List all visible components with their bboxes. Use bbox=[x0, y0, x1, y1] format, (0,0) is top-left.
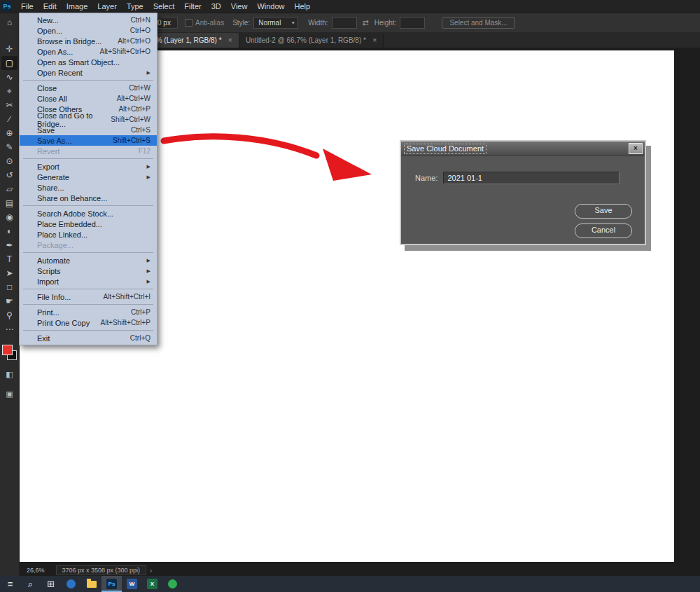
foreground-color-swatch[interactable] bbox=[2, 345, 13, 355]
cancel-button[interactable]: Cancel bbox=[575, 223, 632, 238]
file-menu-item-search-adobe-stock[interactable]: Search Adobe Stock... bbox=[20, 208, 157, 219]
brush-tool-icon[interactable]: ✎ bbox=[1, 140, 18, 154]
shape-tool-icon[interactable]: □ bbox=[1, 280, 18, 294]
eraser-tool-icon[interactable]: ▱ bbox=[1, 182, 18, 196]
status-chevron-icon[interactable]: › bbox=[150, 567, 152, 574]
status-bar: 26,6% 3706 px x 3508 px (300 ppi) › bbox=[20, 565, 700, 576]
menubar-item-filter[interactable]: Filter bbox=[179, 0, 206, 13]
zoom-level[interactable]: 26,6% bbox=[27, 567, 45, 574]
file-menu-item-import[interactable]: Import▶ bbox=[20, 276, 157, 287]
menu-item-shortcut: Ctrl+Q bbox=[130, 334, 150, 342]
app-green-icon[interactable] bbox=[162, 576, 183, 592]
file-menu-item-browse-in-bridge[interactable]: Browse in Bridge...Alt+Ctrl+O bbox=[20, 36, 157, 46]
photoshop-app-icon[interactable]: Ps bbox=[102, 576, 122, 592]
menubar-item-edit[interactable]: Edit bbox=[38, 0, 62, 13]
file-menu-item-scripts[interactable]: Scripts▶ bbox=[20, 266, 157, 276]
move-tool-icon[interactable]: ✛ bbox=[1, 42, 18, 56]
dialog-close-icon[interactable]: × bbox=[629, 143, 643, 154]
feather-field[interactable]: 0 px bbox=[154, 17, 178, 29]
search-button[interactable]: ⌕ bbox=[20, 576, 41, 592]
dialog-body: Name: Save Cancel bbox=[401, 156, 645, 242]
healing-brush-tool-icon[interactable]: ⊕ bbox=[1, 126, 18, 140]
eyedropper-tool-icon[interactable]: ∕ bbox=[1, 112, 18, 126]
task-view-button[interactable]: ⊞ bbox=[41, 576, 61, 592]
save-button[interactable]: Save bbox=[575, 204, 632, 219]
menubar-item-type[interactable]: Type bbox=[122, 0, 148, 13]
file-menu-item-place-linked[interactable]: Place Linked... bbox=[20, 229, 157, 240]
file-menu-item-export[interactable]: Export▶ bbox=[20, 161, 157, 172]
file-menu-item-place-embedded[interactable]: Place Embedded... bbox=[20, 219, 157, 229]
style-dropdown[interactable]: Normal ▼ bbox=[253, 17, 298, 29]
tab-close-icon[interactable]: × bbox=[228, 36, 232, 44]
menubar-item-select[interactable]: Select bbox=[148, 0, 180, 13]
menubar-item-help[interactable]: Help bbox=[290, 0, 316, 13]
file-explorer-icon-folder bbox=[87, 581, 97, 588]
hand-tool-icon[interactable]: ☛ bbox=[1, 294, 18, 308]
blur-tool-icon[interactable]: ◉ bbox=[1, 210, 18, 224]
menubar-item-file[interactable]: File bbox=[16, 0, 38, 13]
lasso-tool-icon[interactable]: ∿ bbox=[1, 70, 18, 84]
file-menu-item-print[interactable]: Print...Ctrl+P bbox=[20, 307, 157, 317]
tab-label: Untitled-2 @ 66,7% (Layer 1, RGB/8) * bbox=[246, 36, 366, 44]
app-blue-icon[interactable] bbox=[61, 576, 81, 592]
menubar-item-image[interactable]: Image bbox=[62, 0, 93, 13]
screen-mode-button[interactable]: ▣ bbox=[1, 387, 18, 401]
zoom-tool-icon[interactable]: ⚲ bbox=[1, 308, 18, 322]
file-menu-item-save-as[interactable]: Save As...Shift+Ctrl+S bbox=[20, 135, 157, 146]
file-menu-item-print-one-copy[interactable]: Print One CopyAlt+Shift+Ctrl+P bbox=[20, 317, 157, 328]
edit-toolbar-button[interactable]: ⋯ bbox=[1, 322, 18, 336]
file-menu-item-open-as-smart-object[interactable]: Open as Smart Object... bbox=[20, 57, 157, 67]
width-field[interactable] bbox=[332, 17, 357, 29]
file-menu-item-open[interactable]: Open...Ctrl+O bbox=[20, 25, 157, 36]
document-tab-2[interactable]: Untitled-2 @ 66,7% (Layer 1, RGB/8) *× bbox=[239, 32, 384, 48]
menubar-item-view[interactable]: View bbox=[226, 0, 253, 13]
menu-item-label: Export bbox=[37, 163, 59, 171]
select-and-mask-button[interactable]: Select and Mask... bbox=[442, 17, 514, 29]
file-menu-item-generate[interactable]: Generate▶ bbox=[20, 172, 157, 182]
tab-close-icon[interactable]: × bbox=[372, 36, 377, 44]
clone-stamp-tool-icon[interactable]: ⊙ bbox=[1, 154, 18, 168]
file-menu-item-open-as[interactable]: Open As...Alt+Shift+Ctrl+O bbox=[20, 46, 157, 57]
swap-dimensions-icon[interactable]: ⇄ bbox=[363, 18, 369, 27]
file-menu-item-exit[interactable]: ExitCtrl+Q bbox=[20, 333, 157, 343]
excel-app-icon-square: X bbox=[147, 579, 158, 589]
file-menu-item-share[interactable]: Share... bbox=[20, 182, 157, 193]
file-menu-item-close[interactable]: CloseCtrl+W bbox=[20, 83, 157, 93]
object-selection-tool-icon[interactable]: ⌖ bbox=[1, 84, 18, 98]
dialog-title-bar[interactable]: Save Cloud Document × bbox=[401, 142, 645, 156]
menubar-item-window[interactable]: Window bbox=[252, 0, 289, 13]
excel-app-icon[interactable]: X bbox=[142, 576, 162, 592]
gradient-tool-icon[interactable]: ▤ bbox=[1, 196, 18, 210]
history-brush-tool-icon[interactable]: ↺ bbox=[1, 168, 18, 182]
height-field[interactable] bbox=[400, 17, 425, 29]
menu-item-label: Print... bbox=[37, 308, 59, 317]
home-tool-icon[interactable]: ⌂ bbox=[1, 15, 18, 29]
anti-alias-checkbox[interactable] bbox=[185, 19, 192, 27]
pen-tool-icon[interactable]: ✒ bbox=[1, 238, 18, 252]
menu-separator bbox=[23, 252, 153, 253]
menubar-item-3d[interactable]: 3D bbox=[206, 0, 226, 13]
start-button[interactable]: ≡ bbox=[0, 576, 20, 592]
anti-alias-option[interactable]: Anti-alias bbox=[185, 19, 224, 27]
quick-mask-button[interactable]: ◧ bbox=[1, 367, 18, 381]
file-menu-item-close-all[interactable]: Close AllAlt+Ctrl+W bbox=[20, 93, 157, 104]
file-menu-item-open-recent[interactable]: Open Recent▶ bbox=[20, 67, 157, 78]
menu-item-shortcut: Alt+Shift+Ctrl+P bbox=[101, 319, 150, 326]
file-menu-item-automate[interactable]: Automate▶ bbox=[20, 255, 157, 266]
file-menu-item-share-on-behance[interactable]: Share on Behance... bbox=[20, 193, 157, 203]
file-menu-item-file-info[interactable]: File Info...Alt+Shift+Ctrl+I bbox=[20, 291, 157, 302]
document-name-field[interactable] bbox=[443, 172, 620, 184]
path-selection-tool-icon[interactable]: ➤ bbox=[1, 266, 18, 280]
dodge-tool-icon[interactable]: ◐ bbox=[1, 224, 18, 238]
rectangular-marquee-tool-icon[interactable]: ▢ bbox=[1, 56, 18, 70]
file-explorer-icon[interactable] bbox=[81, 576, 102, 592]
file-menu-item-new[interactable]: New...Ctrl+N bbox=[20, 15, 157, 25]
menu-item-shortcut: Ctrl+S bbox=[131, 126, 150, 134]
crop-tool-icon[interactable]: ✂ bbox=[1, 98, 18, 112]
word-app-icon[interactable]: W bbox=[122, 576, 142, 592]
menu-item-shortcut: Alt+Shift+Ctrl+I bbox=[103, 293, 150, 301]
color-swatches[interactable] bbox=[1, 343, 18, 362]
type-tool-icon[interactable]: T bbox=[1, 252, 18, 266]
file-menu-item-close-and-go-to-bridge[interactable]: Close and Go to Bridge...Shift+Ctrl+W bbox=[20, 114, 157, 125]
menubar-item-layer[interactable]: Layer bbox=[92, 0, 122, 13]
